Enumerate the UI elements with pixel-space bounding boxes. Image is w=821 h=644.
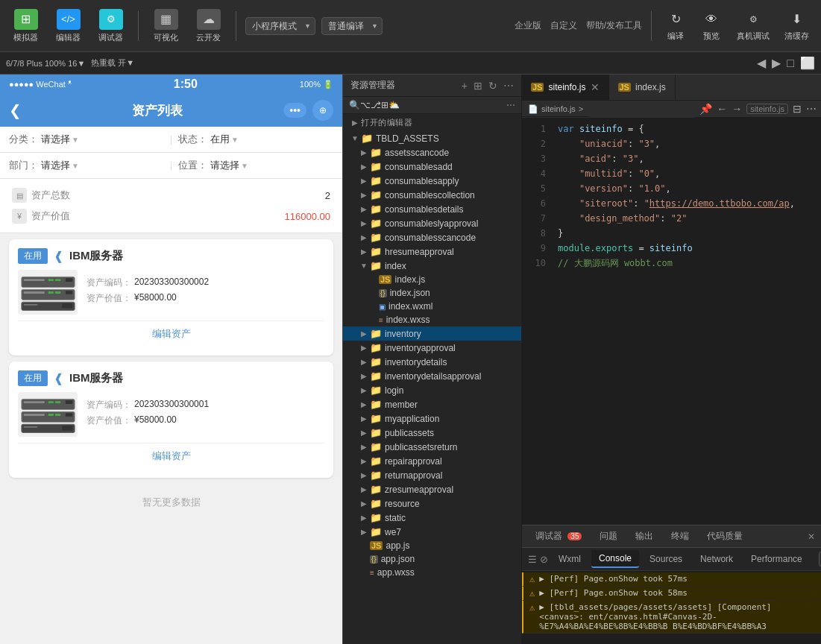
file-tree-icon-search[interactable]: 🔍 [349, 100, 360, 110]
bottom-tab-quality[interactable]: 代码质量 [699, 527, 750, 546]
open-editors-section[interactable]: ▶ 打开的编辑器 [343, 114, 521, 131]
editor-back-icon[interactable]: ← [717, 103, 727, 115]
code-content[interactable]: var siteinfo = { "uniacid": "3", "acid":… [552, 119, 821, 525]
root-folder[interactable]: ▼ 📁 TBLD_ASSETS [343, 131, 521, 145]
file-tree-icon-cloud[interactable]: ⛅ [389, 100, 400, 110]
clear-storage-button[interactable]: ⬇ 清缓存 [780, 7, 814, 45]
file-tree-content[interactable]: ▶📁assetsscancode▶📁consumablesadd▶📁consum… [343, 145, 521, 644]
tree-item-myapplication[interactable]: ▶📁myapplication [343, 411, 521, 426]
subtab-wxml[interactable]: Wxml [551, 551, 588, 567]
new-file-icon[interactable]: + [462, 80, 468, 92]
tablet-button[interactable]: ⬜ [800, 56, 815, 70]
tree-item-consumablesscancode[interactable]: ▶📁consumablesscancode [343, 230, 521, 244]
tree-item-repairapproval[interactable]: ▶📁repairapproval [343, 454, 521, 468]
new-folder-icon[interactable]: ⊞ [474, 80, 482, 92]
tree-item-index.wxss[interactable]: ≡index.wxss [343, 313, 521, 326]
forward-button[interactable]: ▶ [772, 56, 781, 70]
subtab-performance[interactable]: Performance [743, 551, 810, 567]
tree-item-consumablesapply[interactable]: ▶📁consumablesapply [343, 174, 521, 188]
collapse-all-icon[interactable]: ⋯ [503, 80, 514, 92]
file-tree-menu-icon[interactable]: ⋯ [506, 100, 515, 110]
editor-pin-icon[interactable]: 📌 [699, 103, 712, 115]
tree-item-inventoryapproval[interactable]: ▶📁inventoryapproval [343, 341, 521, 355]
nav-dots-button[interactable]: ••• [283, 103, 306, 118]
phone-button[interactable]: □ [787, 57, 794, 70]
tree-item-inventory[interactable]: ▶📁inventory [343, 326, 521, 341]
visualize-button[interactable]: ▦ 可视化 [148, 6, 184, 46]
tree-item-index.js[interactable]: JSindex.js [343, 273, 521, 286]
compile-select[interactable]: 普通编译 [321, 17, 383, 35]
expand-icon-inventoryapproval: ▶ [358, 344, 370, 352]
tree-item-hresumeapproval[interactable]: ▶📁hresumeapproval [343, 244, 521, 259]
editor-ellipsis-icon[interactable]: ⋯ [806, 103, 817, 115]
tree-item-index.wxml[interactable]: ▣index.wxml [343, 300, 521, 313]
tree-item-index[interactable]: ▼📁index [343, 259, 521, 273]
line-number-1: 1 [522, 121, 546, 136]
editor-forward-icon[interactable]: → [732, 103, 742, 115]
tree-item-zresumeapproval[interactable]: ▶📁zresumeapproval [343, 482, 521, 496]
tree-item-consumableslyapproval[interactable]: ▶📁consumableslyapproval [343, 216, 521, 230]
bottom-tab-debugger[interactable]: 调试器 35 [528, 527, 589, 546]
console-menu-icon[interactable]: ☰ [528, 554, 537, 565]
tree-item-consumablesdetails[interactable]: ▶📁consumablesdetails [343, 202, 521, 216]
tree-item-app.js[interactable]: JSapp.js [343, 539, 521, 552]
bottom-tab-issues[interactable]: 问题 [592, 527, 625, 546]
bottom-close-icon[interactable]: ✕ [808, 531, 815, 542]
category-select[interactable]: 请选择 ▼ [41, 133, 79, 146]
tree-item-consumablesadd[interactable]: ▶📁consumablesadd [343, 160, 521, 174]
compile-select-wrapper[interactable]: 普通编译 [321, 17, 383, 35]
compile-button[interactable]: ↻ 编译 [661, 7, 691, 45]
tree-item-app.json[interactable]: {}app.json [343, 552, 521, 566]
mode-select-wrapper[interactable]: 小程序模式 [245, 17, 315, 35]
subtab-sources[interactable]: Sources [642, 551, 690, 567]
console-stop-icon[interactable]: ⊘ [540, 554, 548, 565]
tree-item-inventorydetails[interactable]: ▶📁inventorydetails [343, 355, 521, 369]
tree-item-member[interactable]: ▶📁member [343, 397, 521, 411]
bottom-tab-terminal[interactable]: 终端 [664, 527, 696, 546]
tree-item-we7[interactable]: ▶📁we7 [343, 525, 521, 539]
tab-siteinfo-close[interactable]: ✕ [591, 81, 600, 93]
back-button[interactable]: ◀ [757, 56, 766, 70]
tree-item-static[interactable]: ▶📁static [343, 511, 521, 525]
tree-item-index.json[interactable]: {}index.json [343, 286, 521, 300]
editor-button[interactable]: </> 编辑器 [50, 6, 86, 46]
tree-item-consumablescollection[interactable]: ▶📁consumablescollection [343, 188, 521, 202]
cloud-button[interactable]: ☁ 云开发 [190, 6, 227, 46]
subtab-network[interactable]: Network [693, 551, 740, 567]
tree-item-login[interactable]: ▶📁login [343, 383, 521, 397]
nav-circle-button[interactable]: ⊕ [312, 100, 333, 121]
subtab-console[interactable]: Console [591, 550, 639, 568]
real-test-button[interactable]: ⚙ 真机调试 [732, 7, 774, 45]
debugger-button[interactable]: ⚙ 调试器 [92, 6, 129, 46]
refresh-icon[interactable]: ↻ [488, 80, 497, 92]
tab-index-js[interactable]: JS index.js [609, 75, 676, 100]
phone-nav-back[interactable]: ❮ [9, 101, 22, 119]
asset-1-edit-link[interactable]: 编辑资产 [18, 321, 324, 347]
file-tree-icon-branch[interactable]: ⎇ [371, 100, 381, 110]
tab-siteinfo-js[interactable]: JS siteinfo.js ✕ [522, 75, 609, 100]
enterprise-link[interactable]: 企业版 [515, 19, 541, 32]
tree-item-publicassetsreturn[interactable]: ▶📁publicassetsreturn [343, 440, 521, 454]
help-link[interactable]: 帮助/发布工具 [586, 19, 642, 32]
tree-item-returnapproval[interactable]: ▶📁returnapproval [343, 468, 521, 482]
editor-split-icon[interactable]: ⊟ [793, 103, 802, 115]
tree-item-inventorydetailsapproval[interactable]: ▶📁inventorydetailsapproval [343, 369, 521, 383]
phone-content[interactable]: 分类： 请选择 ▼ | 状态： 在用 ▼ 部门： [0, 127, 342, 644]
location-select[interactable]: 请选择 ▼ [210, 159, 248, 172]
status-select[interactable]: 在用 ▼ [210, 133, 239, 146]
custom-link[interactable]: 自定义 [550, 19, 577, 32]
mode-select[interactable]: 小程序模式 [245, 17, 315, 35]
simulator-button[interactable]: ⊞ 模拟器 [7, 6, 44, 46]
bottom-tab-output[interactable]: 输出 [628, 527, 661, 546]
tree-item-publicassets[interactable]: ▶📁publicassets [343, 426, 521, 440]
tree-item-app.wxss[interactable]: ≡app.wxss [343, 566, 521, 579]
file-tree-icon-git[interactable]: ⌥ [360, 100, 371, 110]
tree-item-resource[interactable]: ▶📁resource [343, 496, 521, 511]
file-tree-icon-grid[interactable]: ⊞ [381, 100, 389, 110]
preview-button[interactable]: 👁 预览 [696, 7, 726, 45]
asset-2-edit-link[interactable]: 编辑资产 [18, 443, 324, 469]
dept-select[interactable]: 请选择 ▼ [41, 159, 79, 172]
tree-item-assetsscancode[interactable]: ▶📁assetsscancode [343, 145, 521, 160]
file-name-returnapproval: returnapproval [385, 470, 442, 481]
hot-reload[interactable]: 热重载 开▼ [91, 57, 134, 69]
